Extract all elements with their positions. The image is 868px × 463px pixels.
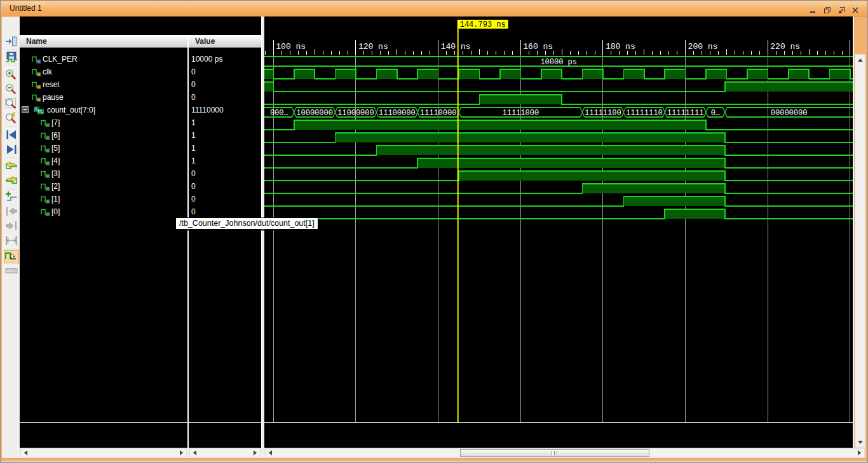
title-bar[interactable]: Untitled 1 — [1, 1, 868, 17]
minimize-button[interactable] — [807, 6, 818, 15]
signal-name: [5] — [51, 144, 60, 153]
measure-markers-icon — [4, 234, 18, 249]
signal-row-5[interactable]: [5]1 — [20, 142, 261, 155]
signals-header: Name Value — [20, 35, 261, 48]
svg-text:10000000: 10000000 — [296, 109, 333, 118]
snap-to-transition-button[interactable] — [4, 250, 19, 263]
value-scroll-right-arrow[interactable] — [251, 449, 259, 457]
signal-row-3[interactable]: [3]0 — [20, 167, 261, 180]
waveform-canvas[interactable]: 100 ns120 ns140 ns160 ns180 ns200 ns220 … — [264, 17, 853, 448]
dock-panel-button[interactable] — [4, 36, 19, 49]
wave-scroll-thumb[interactable] — [460, 449, 649, 457]
zoom-in-button[interactable] — [4, 69, 19, 82]
go-to-time-zero-button[interactable] — [4, 160, 19, 174]
svg-text:11111100: 11111100 — [585, 109, 621, 118]
floating-ruler-button[interactable] — [4, 265, 19, 278]
signal-row-0[interactable]: [0]0 — [20, 205, 261, 218]
zoom-out-button[interactable] — [4, 83, 19, 97]
svg-text:000…: 000… — [270, 109, 288, 118]
signal-row-4[interactable]: [4]1 — [20, 155, 261, 167]
signal-name: [4] — [51, 156, 60, 165]
signal-value: 0 — [191, 67, 196, 76]
signal-value: 10000 ps — [191, 55, 222, 64]
column-divider[interactable] — [187, 35, 189, 458]
name-scroll-right-arrow[interactable] — [177, 449, 186, 457]
signal-name: [1] — [51, 195, 60, 204]
next-marker-button[interactable] — [4, 220, 19, 233]
svg-text:11000000: 11000000 — [337, 109, 374, 118]
go-to-time-zero-icon — [4, 160, 18, 175]
name-scroll-left-arrow[interactable] — [22, 449, 30, 457]
signal-name: [2] — [51, 182, 60, 191]
svg-text:120 ns: 120 ns — [358, 42, 388, 52]
svg-text:200 ns: 200 ns — [688, 42, 718, 52]
value-column-header[interactable]: Value — [195, 37, 215, 46]
signal-value: 1 — [191, 131, 196, 140]
signal-row-count_out70[interactable]: count_out[7:0]11110000 — [20, 104, 261, 116]
svg-text:11111111: 11111111 — [667, 109, 704, 118]
previous-marker-icon — [4, 205, 18, 220]
svg-text:11111110: 11111110 — [626, 109, 663, 118]
signal-name: [6] — [51, 131, 60, 140]
float-icon — [837, 5, 846, 17]
restore-button[interactable] — [822, 6, 833, 15]
wave-scroll-right-arrow[interactable] — [855, 449, 864, 457]
svg-text:140 ns: 140 ns — [441, 42, 471, 52]
signal-name: pause — [43, 93, 64, 102]
zoom-to-cursor-button[interactable] — [4, 113, 19, 126]
collapse-expander[interactable] — [22, 106, 29, 113]
signal-row-2[interactable]: [2]0 — [20, 180, 261, 193]
name-hscrollbar[interactable] — [20, 448, 187, 457]
restore-icon — [824, 5, 831, 17]
svg-text:11110000: 11110000 — [420, 109, 457, 118]
signal-row-6[interactable]: [6]1 — [20, 129, 261, 142]
signal-value: 0 — [191, 169, 196, 178]
minimize-icon — [809, 5, 817, 17]
signal-row-1[interactable]: [1]0 — [20, 193, 261, 205]
save-waveform-button[interactable] — [4, 52, 19, 65]
signal-row-clk[interactable]: clk0 — [20, 66, 261, 78]
svg-text:11111000: 11111000 — [502, 109, 539, 118]
next-marker-icon — [4, 219, 18, 235]
zoom-in-icon — [4, 68, 18, 83]
signal-row-reset[interactable]: reset0 — [20, 78, 261, 91]
signal-value: 0 — [191, 80, 196, 89]
previous-marker-button[interactable] — [4, 205, 19, 219]
add-marker-button[interactable] — [4, 191, 19, 204]
go-to-latest-time-button[interactable] — [4, 175, 19, 188]
signal-name: [3] — [51, 169, 60, 178]
save-waveform-icon — [4, 51, 18, 66]
svg-text:10000 ps: 10000 ps — [540, 58, 577, 67]
bottom-scroll-row — [20, 448, 865, 458]
wave-vertical-scrollbar[interactable] — [855, 54, 865, 448]
signal-value: 1 — [191, 118, 196, 127]
scroll-down-arrow[interactable] — [855, 437, 865, 447]
scroll-up-arrow[interactable] — [855, 55, 865, 65]
wave-scroll-left-arrow[interactable] — [266, 449, 275, 457]
value-hscrollbar[interactable] — [189, 448, 261, 457]
go-to-next-transition-button[interactable] — [4, 144, 19, 157]
go-to-previous-transition-button[interactable] — [4, 129, 19, 142]
svg-text:160 ns: 160 ns — [523, 42, 553, 52]
close-button[interactable] — [850, 6, 861, 15]
float-button[interactable] — [836, 6, 847, 15]
signal-name: clk — [43, 67, 52, 76]
measure-markers-button[interactable] — [4, 235, 19, 248]
name-column-header[interactable]: Name — [26, 37, 47, 46]
signal-value: 0 — [191, 182, 196, 191]
signal-row-CLK_PER[interactable]: CLK_PER10000 ps — [20, 53, 261, 66]
svg-text:144.793 ns: 144.793 ns — [460, 20, 506, 29]
svg-text:11100000: 11100000 — [379, 109, 416, 118]
signal-row-pause[interactable]: pause0 — [20, 91, 261, 104]
signal-row-7[interactable]: [7]1 — [20, 116, 261, 129]
signal-name: CLK_PER — [43, 55, 78, 64]
dock-panel-icon — [4, 35, 18, 50]
zoom-to-full-view-button[interactable] — [4, 98, 19, 111]
wave-hscrollbar[interactable] — [265, 448, 865, 457]
signal-name: reset — [43, 80, 60, 89]
snap-to-transition-icon — [4, 249, 18, 265]
value-scroll-left-arrow[interactable] — [191, 449, 199, 457]
close-icon — [851, 5, 859, 17]
go-to-latest-time-icon — [4, 174, 18, 190]
wave-window: Untitled 1 Name Value CLK_PER10000 psclk… — [0, 0, 868, 463]
